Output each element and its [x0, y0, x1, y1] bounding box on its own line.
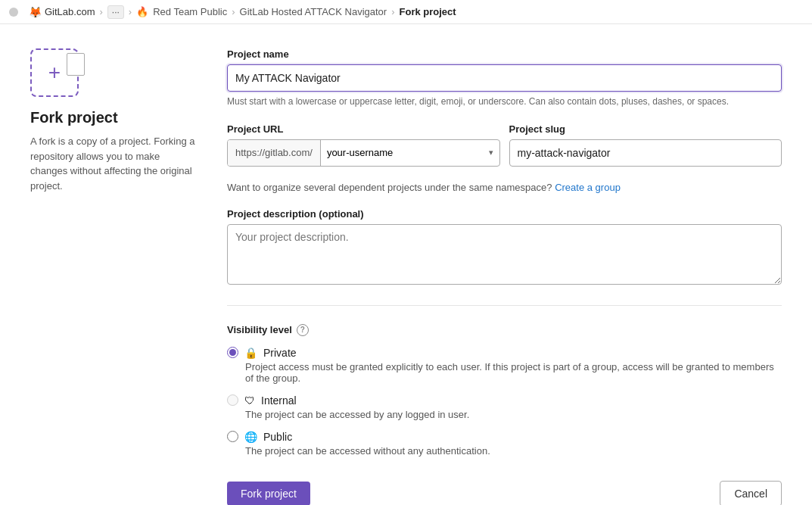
project-name-input[interactable]	[227, 64, 782, 92]
visibility-title: Visibility level	[227, 324, 292, 335]
breadcrumb-redteam[interactable]: Red Team Public	[153, 6, 227, 17]
visibility-group: Visibility level ? 🔒 Private Project acc…	[227, 324, 782, 457]
slug-col: Project slug	[509, 123, 782, 167]
sidebar: + Fork project A fork is a copy of a pro…	[30, 48, 197, 505]
public-radio[interactable]	[227, 431, 238, 442]
project-slug-input[interactable]	[509, 139, 782, 167]
visibility-public: 🌐 Public The project can be accessed wit…	[227, 431, 782, 457]
brand: 🦊 GitLab.com	[29, 6, 95, 18]
plus-icon: +	[48, 61, 61, 85]
project-name-label: Project name	[227, 48, 782, 60]
avatar-area: +	[30, 48, 79, 97]
fork-form: Project name Must start with a lowercase…	[227, 48, 782, 505]
description-group: Project description (optional)	[227, 208, 782, 287]
topbar: 🦊 GitLab.com › ··· › 🔥 Red Team Public ›…	[0, 0, 812, 24]
breadcrumb-navigator[interactable]: GitLab Hosted ATTACK Navigator	[240, 6, 387, 17]
cancel-button[interactable]: Cancel	[720, 481, 782, 505]
internal-icon: 🛡	[244, 394, 255, 407]
url-slug-row: Project URL https://gitlab.com/ your-use…	[227, 123, 782, 167]
private-radio[interactable]	[227, 347, 238, 358]
public-desc: The project can be accessed without any …	[245, 445, 782, 457]
divider	[227, 305, 782, 306]
gitlab-icon: 🦊	[29, 6, 42, 18]
sidebar-title: Fork project	[30, 109, 197, 126]
project-name-group: Project name Must start with a lowercase…	[227, 48, 782, 108]
description-label: Project description (optional)	[227, 208, 782, 220]
public-icon: 🌐	[244, 431, 257, 443]
url-col: Project URL https://gitlab.com/ your-use…	[227, 123, 500, 167]
private-desc: Project access must be granted explicitl…	[245, 361, 782, 384]
url-select-wrapper: your-username red-team-public	[321, 140, 499, 166]
more-button[interactable]: ···	[107, 5, 124, 19]
project-slug-label: Project slug	[509, 123, 782, 135]
window-controls	[9, 8, 18, 17]
breadcrumb-icon: 🔥	[136, 6, 148, 17]
private-label[interactable]: 🔒 Private	[227, 347, 782, 359]
create-group-link[interactable]: Create a group	[555, 182, 621, 193]
visibility-private: 🔒 Private Project access must be granted…	[227, 347, 782, 384]
project-url-label: Project URL	[227, 123, 500, 135]
visibility-internal: 🛡 Internal The project can be accessed b…	[227, 394, 782, 420]
breadcrumb: 🔥 Red Team Public › GitLab Hosted ATTACK…	[136, 6, 456, 17]
fork-button[interactable]: Fork project	[227, 482, 310, 505]
action-row: Fork project Cancel	[227, 481, 782, 505]
doc-icon	[67, 53, 85, 76]
group-hint: Want to organize several dependent proje…	[227, 182, 782, 193]
brand-label: GitLab.com	[45, 6, 95, 17]
internal-label[interactable]: 🛡 Internal	[227, 394, 782, 407]
visibility-header: Visibility level ?	[227, 324, 782, 336]
project-name-hint: Must start with a lowercase or uppercase…	[227, 95, 782, 108]
public-text: Public	[263, 431, 292, 443]
url-namespace-select[interactable]: your-username red-team-public	[321, 147, 499, 158]
win-close	[9, 8, 18, 17]
sep2: ›	[129, 6, 132, 17]
description-textarea[interactable]	[227, 224, 782, 285]
internal-radio[interactable]	[227, 394, 238, 406]
private-text: Private	[263, 347, 297, 359]
page-container: + Fork project A fork is a copy of a pro…	[0, 24, 812, 505]
visibility-radio-group: 🔒 Private Project access must be granted…	[227, 347, 782, 457]
help-icon[interactable]: ?	[297, 324, 309, 336]
url-prefix-select: https://gitlab.com/ your-username red-te…	[227, 139, 500, 167]
sep1: ›	[99, 6, 102, 17]
url-prefix-text: https://gitlab.com/	[228, 140, 321, 166]
internal-desc: The project can be accessed by any logge…	[245, 409, 782, 420]
breadcrumb-current: Fork project	[400, 6, 456, 17]
private-icon: 🔒	[244, 347, 257, 359]
public-label[interactable]: 🌐 Public	[227, 431, 782, 443]
sidebar-description: A fork is a copy of a project. Forking a…	[30, 134, 197, 193]
internal-text: Internal	[261, 394, 297, 407]
